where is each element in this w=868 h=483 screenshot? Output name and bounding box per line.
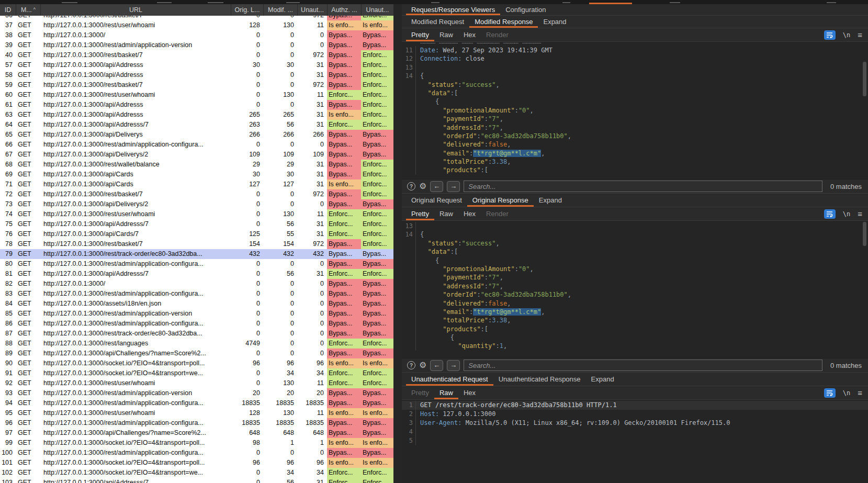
request-row[interactable]: 88GEThttp://127.0.0.1:3000/rest/language… — [0, 339, 393, 349]
tab-configuration[interactable]: Configuration — [500, 4, 551, 15]
request-row[interactable]: 61GEThttp://127.0.0.1:3000/api/Addresss0… — [0, 100, 393, 110]
column-header-origl[interactable]: Orig. L... — [231, 4, 263, 16]
original-response-editor[interactable]: 1314{ "status":"success", "data":[ { "pr… — [402, 221, 868, 358]
tab-modified-response[interactable]: Modified Response — [469, 16, 538, 28]
tab-pretty[interactable]: Pretty — [406, 207, 434, 220]
word-wrap-icon[interactable] — [824, 388, 836, 398]
request-row[interactable]: 68GEThttp://127.0.0.1:3000/rest/wallet/b… — [0, 160, 393, 170]
panel-menu-icon[interactable]: ≡ — [858, 209, 863, 218]
request-row[interactable]: 87GEThttp://127.0.0.1:3000/rest/track-or… — [0, 329, 393, 339]
panel-menu-icon[interactable]: ≡ — [858, 388, 863, 397]
request-row[interactable]: 40GEThttp://127.0.0.1:3000/rest/basket/7… — [0, 50, 393, 60]
request-row[interactable]: 91GEThttp://127.0.0.1:3000/socket.io/?EI… — [0, 368, 393, 378]
column-header-unaut[interactable]: Unaut... — [297, 4, 327, 16]
request-row[interactable]: 97GEThttp://127.0.0.1:3000/api/Challenge… — [0, 428, 393, 438]
tab-raw[interactable]: Raw — [434, 386, 458, 399]
search-prev-button[interactable]: ← — [430, 181, 443, 192]
request-row[interactable]: 81GEThttp://127.0.0.1:3000/api/Addresss/… — [0, 269, 393, 279]
request-row[interactable]: 83GEThttp://127.0.0.1:3000/rest/admin/ap… — [0, 289, 393, 299]
request-row[interactable]: 85GEThttp://127.0.0.1:3000/rest/admin/ap… — [0, 309, 393, 319]
request-row[interactable]: 89GEThttp://127.0.0.1:3000/api/Challenge… — [0, 349, 393, 358]
tab-expand[interactable]: Expand — [534, 194, 567, 207]
request-row[interactable]: 64GEThttp://127.0.0.1:3000/api/Addresss/… — [0, 120, 393, 130]
tab-pretty[interactable]: Pretty — [406, 28, 434, 41]
request-row[interactable]: 39GEThttp://127.0.0.1:3000/rest/admin/ap… — [0, 40, 393, 50]
newline-toggle-icon[interactable]: \n — [843, 210, 850, 218]
request-row[interactable]: 74GEThttp://127.0.0.1:3000/rest/user/who… — [0, 209, 393, 219]
request-row[interactable]: 58GEThttp://127.0.0.1:3000/api/Addresss0… — [0, 70, 393, 80]
column-header-modif[interactable]: Modif. ... — [263, 4, 297, 16]
panel-menu-icon[interactable]: ≡ — [858, 30, 863, 39]
tab-expand[interactable]: Expand — [538, 16, 571, 28]
settings-gear-icon[interactable]: ⚙ — [419, 361, 426, 369]
column-header-m[interactable]: M...^ — [16, 4, 40, 16]
request-row[interactable]: 36GEThttp://127.0.0.1:3000/rest/basket/7… — [0, 16, 393, 20]
request-row[interactable]: 59GEThttp://127.0.0.1:3000/rest/basket/7… — [0, 80, 393, 90]
request-row[interactable]: 101GEThttp://127.0.0.1:3000/socket.io/?E… — [0, 458, 393, 468]
column-header-id[interactable]: ID — [0, 4, 16, 16]
request-row[interactable]: 75GEThttp://127.0.0.1:3000/api/Addresss/… — [0, 219, 393, 229]
tab-hex[interactable]: Hex — [458, 28, 481, 41]
request-row[interactable]: 37GEThttp://127.0.0.1:3000/rest/user/who… — [0, 20, 393, 30]
request-row[interactable]: 69GEThttp://127.0.0.1:3000/api/Cards3030… — [0, 170, 393, 179]
request-row[interactable]: 60GEThttp://127.0.0.1:3000/rest/user/who… — [0, 90, 393, 100]
requests-table-body[interactable]: 36GEThttp://127.0.0.1:3000/rest/basket/7… — [0, 16, 393, 483]
request-row[interactable]: 66GEThttp://127.0.0.1:3000/rest/admin/ap… — [0, 140, 393, 150]
request-row[interactable]: 90GEThttp://127.0.0.1:3000/socket.io/?EI… — [0, 358, 393, 368]
request-row[interactable]: 95GEThttp://127.0.0.1:3000/rest/user/who… — [0, 408, 393, 418]
request-row[interactable]: 94GEThttp://127.0.0.1:3000/rest/admin/ap… — [0, 398, 393, 408]
search-next-button[interactable]: → — [447, 181, 460, 192]
editor-scrollbar[interactable] — [863, 222, 866, 246]
tab-expand[interactable]: Expand — [586, 373, 619, 386]
help-icon[interactable]: ? — [407, 182, 415, 190]
word-wrap-icon[interactable] — [824, 209, 836, 219]
editor-scrollbar[interactable] — [863, 62, 866, 96]
search-next-button[interactable]: → — [447, 360, 460, 371]
tab-original-request[interactable]: Original Request — [406, 194, 467, 207]
column-header-authz[interactable]: Authz. ... — [327, 4, 361, 16]
request-row[interactable]: 103GEThttp://127.0.0.1:3000/api/Addresss… — [0, 478, 393, 483]
request-row[interactable]: 100GEThttp://127.0.0.1:3000/rest/admin/a… — [0, 448, 393, 458]
request-row[interactable]: 96GEThttp://127.0.0.1:3000/rest/admin/ap… — [0, 418, 393, 428]
search-prev-button[interactable]: ← — [430, 360, 443, 371]
request-row[interactable]: 84GEThttp://127.0.0.1:3000/assets/i18n/e… — [0, 299, 393, 309]
column-header-url[interactable]: URL — [40, 4, 231, 16]
request-row[interactable]: 57GEThttp://127.0.0.1:3000/api/Addresss3… — [0, 60, 393, 70]
request-row[interactable]: 38GEThttp://127.0.0.1:3000/000Bypas...By… — [0, 30, 393, 40]
modified-response-editor[interactable]: mmmm mmmmm mmm mmmmmm mmmm mmmmm11Date: … — [402, 42, 868, 179]
request-row[interactable]: 102GEThttp://127.0.0.1:3000/socket.io/?E… — [0, 468, 393, 478]
request-row[interactable]: 76GEThttp://127.0.0.1:3000/api/Cards/712… — [0, 229, 393, 239]
request-row[interactable]: 71GEThttp://127.0.0.1:3000/api/Cards1271… — [0, 179, 393, 189]
request-row[interactable]: 86GEThttp://127.0.0.1:3000/rest/admin/ap… — [0, 319, 393, 329]
request-row[interactable]: 78GEThttp://127.0.0.1:3000/rest/basket/7… — [0, 239, 393, 249]
tab-unauthenticated-response[interactable]: Unauthenticated Response — [493, 373, 586, 386]
request-row[interactable]: 67GEThttp://127.0.0.1:3000/api/Deliverys… — [0, 150, 393, 160]
tab-modified-request[interactable]: Modified Request — [406, 16, 469, 28]
settings-gear-icon[interactable]: ⚙ — [419, 182, 426, 190]
request-row[interactable]: 63GEThttp://127.0.0.1:3000/api/Addresss2… — [0, 110, 393, 120]
request-row-selected[interactable]: 79GEThttp://127.0.0.1:3000/rest/track-or… — [0, 249, 393, 259]
request-row[interactable]: 82GEThttp://127.0.0.1:3000/000Bypas...By… — [0, 279, 393, 289]
request-row[interactable]: 93GEThttp://127.0.0.1:3000/rest/admin/ap… — [0, 388, 393, 398]
tab-hex[interactable]: Hex — [458, 207, 481, 220]
pane-splitter[interactable] — [393, 4, 402, 483]
request-row[interactable]: 65GEThttp://127.0.0.1:3000/api/Deliverys… — [0, 130, 393, 140]
tab-unauthenticated-request[interactable]: Unauthenticated Request — [406, 373, 493, 386]
tab-hex[interactable]: Hex — [458, 386, 481, 399]
newline-toggle-icon[interactable]: \n — [843, 389, 850, 397]
help-icon[interactable]: ? — [407, 361, 415, 369]
request-row[interactable]: 73GEThttp://127.0.0.1:3000/api/Deliverys… — [0, 199, 393, 209]
request-row[interactable]: 99GEThttp://127.0.0.1:3000/socket.io/?EI… — [0, 438, 393, 448]
unauthenticated-request-editor[interactable]: 1GET /rest/track-order/ec80-3ad32dba758b… — [402, 400, 868, 483]
request-row[interactable]: 92GEThttp://127.0.0.1:3000/rest/user/who… — [0, 378, 393, 388]
word-wrap-icon[interactable] — [824, 30, 836, 40]
search-input[interactable] — [464, 360, 822, 371]
newline-toggle-icon[interactable]: \n — [843, 31, 850, 39]
search-input[interactable] — [464, 181, 822, 192]
tab-original-response[interactable]: Original Response — [467, 194, 534, 207]
request-row[interactable]: 80GEThttp://127.0.0.1:3000/rest/admin/ap… — [0, 259, 393, 269]
tab-request-response-viewers[interactable]: Request/Response Viewers — [406, 4, 500, 15]
column-header-unaut[interactable]: Unaut... — [361, 4, 393, 16]
request-row[interactable]: 72GEThttp://127.0.0.1:3000/rest/basket/7… — [0, 189, 393, 199]
tab-raw[interactable]: Raw — [434, 28, 458, 41]
